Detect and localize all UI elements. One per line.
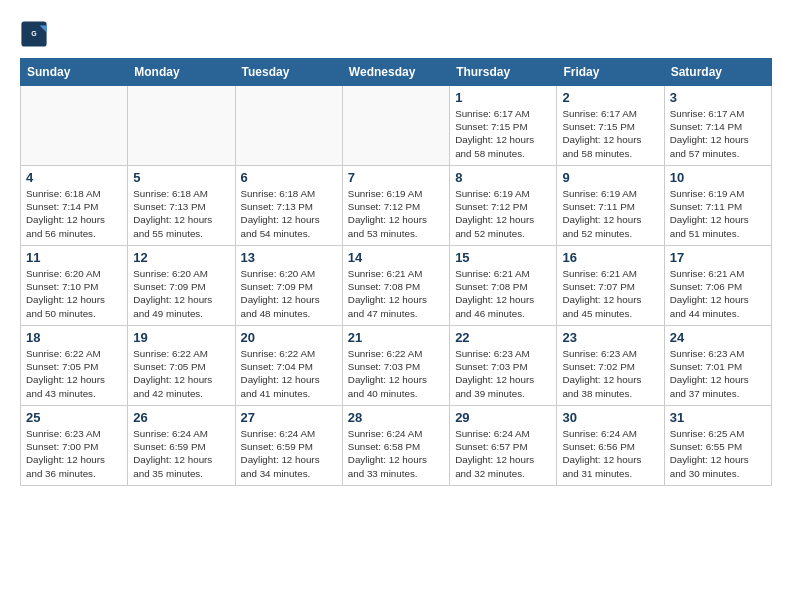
day-number: 12 (133, 250, 229, 265)
day-number: 16 (562, 250, 658, 265)
calendar-header-row: SundayMondayTuesdayWednesdayThursdayFrid… (21, 59, 772, 86)
calendar-cell (342, 86, 449, 166)
day-header-friday: Friday (557, 59, 664, 86)
day-info: Sunrise: 6:24 AM Sunset: 6:56 PM Dayligh… (562, 427, 658, 480)
day-number: 29 (455, 410, 551, 425)
day-number: 4 (26, 170, 122, 185)
calendar-cell: 29Sunrise: 6:24 AM Sunset: 6:57 PM Dayli… (450, 406, 557, 486)
calendar-cell: 7Sunrise: 6:19 AM Sunset: 7:12 PM Daylig… (342, 166, 449, 246)
day-number: 26 (133, 410, 229, 425)
day-number: 23 (562, 330, 658, 345)
day-info: Sunrise: 6:19 AM Sunset: 7:11 PM Dayligh… (670, 187, 766, 240)
calendar-cell: 5Sunrise: 6:18 AM Sunset: 7:13 PM Daylig… (128, 166, 235, 246)
calendar-cell: 25Sunrise: 6:23 AM Sunset: 7:00 PM Dayli… (21, 406, 128, 486)
day-info: Sunrise: 6:24 AM Sunset: 6:58 PM Dayligh… (348, 427, 444, 480)
calendar-cell: 10Sunrise: 6:19 AM Sunset: 7:11 PM Dayli… (664, 166, 771, 246)
calendar-cell: 3Sunrise: 6:17 AM Sunset: 7:14 PM Daylig… (664, 86, 771, 166)
day-info: Sunrise: 6:20 AM Sunset: 7:09 PM Dayligh… (133, 267, 229, 320)
day-number: 1 (455, 90, 551, 105)
calendar-week-row: 4Sunrise: 6:18 AM Sunset: 7:14 PM Daylig… (21, 166, 772, 246)
day-info: Sunrise: 6:24 AM Sunset: 6:57 PM Dayligh… (455, 427, 551, 480)
day-info: Sunrise: 6:24 AM Sunset: 6:59 PM Dayligh… (241, 427, 337, 480)
day-info: Sunrise: 6:21 AM Sunset: 7:07 PM Dayligh… (562, 267, 658, 320)
calendar-cell: 9Sunrise: 6:19 AM Sunset: 7:11 PM Daylig… (557, 166, 664, 246)
day-info: Sunrise: 6:17 AM Sunset: 7:15 PM Dayligh… (455, 107, 551, 160)
day-info: Sunrise: 6:25 AM Sunset: 6:55 PM Dayligh… (670, 427, 766, 480)
calendar-cell: 14Sunrise: 6:21 AM Sunset: 7:08 PM Dayli… (342, 246, 449, 326)
day-number: 11 (26, 250, 122, 265)
day-info: Sunrise: 6:17 AM Sunset: 7:15 PM Dayligh… (562, 107, 658, 160)
day-number: 7 (348, 170, 444, 185)
calendar-week-row: 11Sunrise: 6:20 AM Sunset: 7:10 PM Dayli… (21, 246, 772, 326)
day-info: Sunrise: 6:22 AM Sunset: 7:04 PM Dayligh… (241, 347, 337, 400)
day-number: 9 (562, 170, 658, 185)
day-number: 21 (348, 330, 444, 345)
day-info: Sunrise: 6:17 AM Sunset: 7:14 PM Dayligh… (670, 107, 766, 160)
day-number: 25 (26, 410, 122, 425)
calendar-cell: 15Sunrise: 6:21 AM Sunset: 7:08 PM Dayli… (450, 246, 557, 326)
day-number: 24 (670, 330, 766, 345)
day-number: 18 (26, 330, 122, 345)
day-number: 31 (670, 410, 766, 425)
calendar-cell: 17Sunrise: 6:21 AM Sunset: 7:06 PM Dayli… (664, 246, 771, 326)
day-info: Sunrise: 6:22 AM Sunset: 7:05 PM Dayligh… (26, 347, 122, 400)
day-header-tuesday: Tuesday (235, 59, 342, 86)
day-number: 10 (670, 170, 766, 185)
calendar-table: SundayMondayTuesdayWednesdayThursdayFrid… (20, 58, 772, 486)
day-info: Sunrise: 6:20 AM Sunset: 7:10 PM Dayligh… (26, 267, 122, 320)
day-number: 15 (455, 250, 551, 265)
day-header-monday: Monday (128, 59, 235, 86)
day-number: 28 (348, 410, 444, 425)
calendar-cell: 27Sunrise: 6:24 AM Sunset: 6:59 PM Dayli… (235, 406, 342, 486)
day-info: Sunrise: 6:22 AM Sunset: 7:03 PM Dayligh… (348, 347, 444, 400)
calendar-cell: 8Sunrise: 6:19 AM Sunset: 7:12 PM Daylig… (450, 166, 557, 246)
day-info: Sunrise: 6:22 AM Sunset: 7:05 PM Dayligh… (133, 347, 229, 400)
day-number: 27 (241, 410, 337, 425)
calendar-cell: 20Sunrise: 6:22 AM Sunset: 7:04 PM Dayli… (235, 326, 342, 406)
day-number: 8 (455, 170, 551, 185)
calendar-cell (235, 86, 342, 166)
day-info: Sunrise: 6:23 AM Sunset: 7:03 PM Dayligh… (455, 347, 551, 400)
day-number: 5 (133, 170, 229, 185)
calendar-week-row: 1Sunrise: 6:17 AM Sunset: 7:15 PM Daylig… (21, 86, 772, 166)
day-info: Sunrise: 6:24 AM Sunset: 6:59 PM Dayligh… (133, 427, 229, 480)
day-info: Sunrise: 6:19 AM Sunset: 7:12 PM Dayligh… (348, 187, 444, 240)
page-header: G (20, 20, 772, 48)
day-number: 2 (562, 90, 658, 105)
calendar-cell: 2Sunrise: 6:17 AM Sunset: 7:15 PM Daylig… (557, 86, 664, 166)
day-info: Sunrise: 6:21 AM Sunset: 7:06 PM Dayligh… (670, 267, 766, 320)
calendar-cell: 11Sunrise: 6:20 AM Sunset: 7:10 PM Dayli… (21, 246, 128, 326)
calendar-cell: 18Sunrise: 6:22 AM Sunset: 7:05 PM Dayli… (21, 326, 128, 406)
day-info: Sunrise: 6:19 AM Sunset: 7:11 PM Dayligh… (562, 187, 658, 240)
calendar-cell: 13Sunrise: 6:20 AM Sunset: 7:09 PM Dayli… (235, 246, 342, 326)
day-header-sunday: Sunday (21, 59, 128, 86)
calendar-week-row: 25Sunrise: 6:23 AM Sunset: 7:00 PM Dayli… (21, 406, 772, 486)
day-info: Sunrise: 6:18 AM Sunset: 7:14 PM Dayligh… (26, 187, 122, 240)
calendar-cell: 21Sunrise: 6:22 AM Sunset: 7:03 PM Dayli… (342, 326, 449, 406)
day-info: Sunrise: 6:21 AM Sunset: 7:08 PM Dayligh… (455, 267, 551, 320)
calendar-cell: 23Sunrise: 6:23 AM Sunset: 7:02 PM Dayli… (557, 326, 664, 406)
day-number: 3 (670, 90, 766, 105)
calendar-cell (21, 86, 128, 166)
day-number: 19 (133, 330, 229, 345)
day-info: Sunrise: 6:23 AM Sunset: 7:01 PM Dayligh… (670, 347, 766, 400)
day-info: Sunrise: 6:18 AM Sunset: 7:13 PM Dayligh… (133, 187, 229, 240)
svg-text:G: G (31, 30, 37, 37)
day-info: Sunrise: 6:19 AM Sunset: 7:12 PM Dayligh… (455, 187, 551, 240)
logo: G (20, 20, 52, 48)
calendar-cell: 1Sunrise: 6:17 AM Sunset: 7:15 PM Daylig… (450, 86, 557, 166)
calendar-cell: 30Sunrise: 6:24 AM Sunset: 6:56 PM Dayli… (557, 406, 664, 486)
calendar-cell: 4Sunrise: 6:18 AM Sunset: 7:14 PM Daylig… (21, 166, 128, 246)
day-info: Sunrise: 6:20 AM Sunset: 7:09 PM Dayligh… (241, 267, 337, 320)
logo-icon: G (20, 20, 48, 48)
day-header-saturday: Saturday (664, 59, 771, 86)
day-info: Sunrise: 6:23 AM Sunset: 7:02 PM Dayligh… (562, 347, 658, 400)
calendar-cell: 24Sunrise: 6:23 AM Sunset: 7:01 PM Dayli… (664, 326, 771, 406)
calendar-cell (128, 86, 235, 166)
calendar-cell: 6Sunrise: 6:18 AM Sunset: 7:13 PM Daylig… (235, 166, 342, 246)
calendar-cell: 22Sunrise: 6:23 AM Sunset: 7:03 PM Dayli… (450, 326, 557, 406)
calendar-cell: 26Sunrise: 6:24 AM Sunset: 6:59 PM Dayli… (128, 406, 235, 486)
day-number: 20 (241, 330, 337, 345)
day-number: 14 (348, 250, 444, 265)
day-info: Sunrise: 6:18 AM Sunset: 7:13 PM Dayligh… (241, 187, 337, 240)
